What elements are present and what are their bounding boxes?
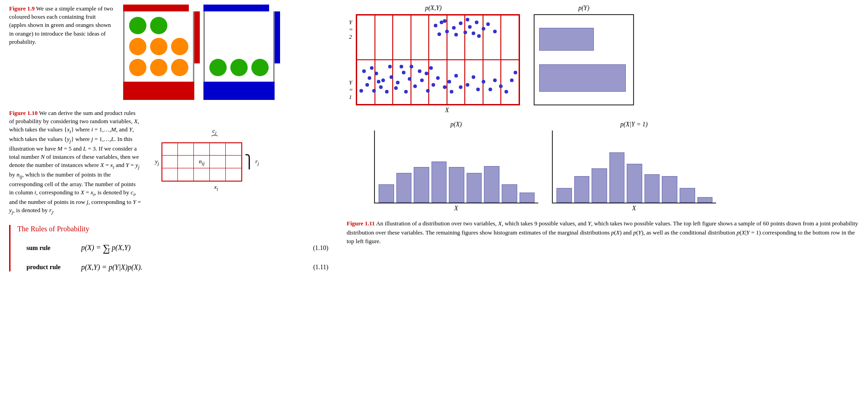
px-bar-5 [449,167,464,203]
grid-cell-2-4 [210,156,226,168]
px-bar-1 [379,184,394,203]
empty-slot-1 [171,17,188,34]
right-column: p(X,Y) Y = 2 Y = 1 [338,5,859,281]
empty-slot-5 [209,38,227,55]
grid-cell-2-2 [178,156,194,168]
y2-label: Y = 2 [349,19,353,41]
grid-cell-1-4 [210,143,226,156]
joint-title: p(X,Y) [347,5,520,12]
jcell-2-8 [483,15,501,60]
fruit-orange-2 [150,38,167,55]
px-title: p(X) [374,121,538,128]
fig-1-11-caption-text: An illustration of a distribution over t… [347,220,858,245]
jcell-2-9 [501,15,519,60]
nij-cell: nij [194,156,210,168]
px-histogram [374,130,538,203]
grid-cell-1-5 [226,143,242,156]
fig-1-9-label: Figure 1.9 [9,5,35,12]
empty-slot-3 [230,17,248,34]
rules-title: The Rules of Probability [17,225,328,233]
red-top-bar [123,5,189,11]
px-bar-8 [502,184,517,203]
pxgy-bar-4 [609,152,625,203]
fruit-orange-5 [150,59,167,76]
px-bar-7 [484,166,499,203]
jcell-1-6 [447,60,465,104]
pxgy-bar-5 [627,164,642,203]
ci-label: ci ⏞ [173,127,255,141]
figure-1-9: Figure 1.9 We use a simple example of tw… [9,5,328,100]
jcell-2-4 [411,15,429,60]
grid-cell-1-1 [162,143,178,156]
px-bar-3 [414,167,429,203]
empty-slot-2 [209,17,227,34]
pxgy-bar-2 [574,176,590,203]
grid-cell-3-1 [162,168,178,181]
jcell-1-1 [357,60,375,104]
joint-distribution-plot: p(X,Y) Y = 2 Y = 1 [347,5,520,114]
boxes-container [123,5,275,100]
jcell-1-9 [501,60,519,104]
jcell-2-7 [465,15,483,60]
fig-1-10-caption: Figure 1.10 We can derive the sum and pr… [9,109,141,216]
py-plot: p(Y) [534,5,634,114]
px-bar-2 [396,173,412,203]
jcell-1-7 [465,60,483,104]
pxgy-bar-8 [680,188,695,203]
py-bar-y1 [539,64,626,92]
px-x-label: X [374,205,538,212]
fruit-green-b1 [209,59,227,76]
red-box [123,5,194,100]
fruit-green-b3 [251,59,269,76]
sum-rule-formula: p(X) = ∑Y p(X,Y) [81,242,292,254]
jcell-2-3 [393,15,411,60]
joint-plot-with-axes: Y = 2 Y = 1 [347,14,520,105]
px-bar-4 [431,162,447,203]
figure-1-10: Figure 1.10 We can derive the sum and pr… [9,109,328,216]
xi-label: xi [173,183,259,192]
fruit-orange-6 [171,59,188,76]
pxgy-x-label: X [552,205,716,212]
grid-cell-1-2 [178,143,194,156]
grid-cell-3-4 [210,168,226,181]
sum-rule-name: sum rule [26,245,81,252]
sum-rule-row: sum rule p(X) = ∑Y p(X,Y) (1.10) [17,242,328,254]
joint-grid-container [356,14,520,105]
grid-row-2: nij [162,156,242,168]
grid-cell-2-5 [226,156,242,168]
jcell-2-1 [357,15,375,60]
fruit-green-2 [150,17,167,34]
fig-1-9-caption: Figure 1.9 We use a simple example of tw… [9,5,114,100]
jcell-1-8 [483,60,501,104]
py-bars-container [534,14,634,105]
fruit-orange-4 [129,59,146,76]
fig-1-10-label: Figure 1.10 [9,109,38,116]
fig-1-11-bottom-row: p(X) X [347,121,859,212]
grid-table: nij [161,142,242,182]
pxgy-bar-9 [697,197,713,203]
fruit-orange-3 [171,38,188,55]
fruit-orange-1 [129,38,146,55]
grid-diagram: ci ⏞ yj [155,127,259,216]
jcell-2-5 [429,15,447,60]
y-axis-labels: Y = 2 Y = 1 [347,14,356,105]
px-bar-6 [467,173,482,203]
empty-slot-4 [251,17,269,34]
pxgy-title: p(X|Y = 1) [552,121,716,128]
y1-label: Y = 1 [349,79,353,101]
py-gap [539,54,629,61]
py-bar-y2 [539,28,594,51]
jcell-1-3 [393,60,411,104]
grid-row-3 [162,168,242,181]
grid-with-labels: yj nij [155,142,259,182]
yj-label: yj [155,158,159,166]
jcell-1-5 [429,60,447,104]
product-rule-row: product rule p(X,Y) = p(Y|X)p(X). (1.11) [17,263,328,271]
pxgy-bar-7 [662,176,677,203]
pxgy-histogram [552,130,716,203]
fig-1-11-caption: Figure 1.11 An illustration of a distrib… [347,219,859,246]
fig-1-10-text: We can derive the sum and product rules … [9,109,141,214]
product-rule-formula: p(X,Y) = p(Y|X)p(X). [81,263,292,271]
jcell-1-2 [375,60,393,104]
x-axis-label-joint: X [374,107,520,114]
